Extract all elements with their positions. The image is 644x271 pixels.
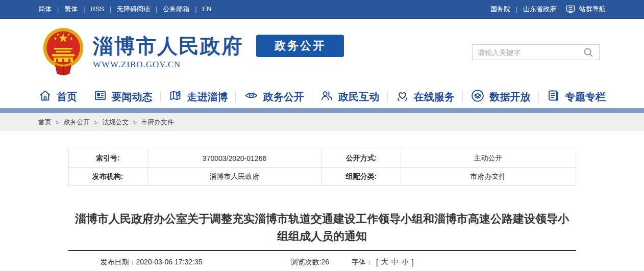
- link-official-mail[interactable]: 公务邮箱: [163, 5, 189, 14]
- nav-item-special-topics[interactable]: 专题专栏: [547, 89, 606, 105]
- link-state-council[interactable]: 国务院: [490, 5, 510, 14]
- publish-date-value: 2020-03-06 17:32:35: [136, 258, 203, 266]
- data-layers-icon: [470, 89, 485, 105]
- national-emblem-icon[interactable]: [42, 27, 84, 78]
- table-row: 索引号: 370003/2020-01266 公开方式: 主动公开: [68, 149, 576, 168]
- bracket-open: [: [376, 258, 378, 266]
- nav-item-label: 专题专栏: [565, 90, 606, 104]
- nav-divider: [462, 91, 463, 102]
- breadcrumb-separator: >: [56, 119, 60, 126]
- font-size-medium[interactable]: 中: [391, 258, 399, 267]
- link-rss[interactable]: RSS: [90, 5, 104, 13]
- search-icon[interactable]: [583, 47, 594, 58]
- main-nav: 首页 要闻动态: [0, 86, 644, 108]
- nav-divider: [312, 91, 312, 102]
- breadcrumb-gov-open[interactable]: 政务公开: [64, 118, 90, 127]
- nav-item-home[interactable]: 首页: [38, 89, 77, 105]
- site-url: WWW.ZIBO.GOV.CN: [93, 60, 243, 70]
- link-english[interactable]: EN: [202, 5, 211, 13]
- topbar-separator: |: [57, 6, 59, 13]
- nav-divider: [235, 91, 236, 102]
- nav-divider: [538, 91, 539, 102]
- publicity-method-label: 公开方式:: [322, 149, 401, 168]
- breadcrumb-current[interactable]: 市府办文件: [141, 118, 174, 127]
- publish-date-label: 发布日期：: [101, 258, 136, 266]
- font-size-small[interactable]: 小: [402, 258, 409, 267]
- site-header: 淄博市人民政府 WWW.ZIBO.GOV.CN 政务公开: [0, 19, 644, 86]
- doc-info-table: 索引号: 370003/2020-01266 公开方式: 主动公开 发布机构: …: [68, 149, 576, 186]
- nav-divider: [160, 91, 161, 102]
- site-title[interactable]: 淄博市人民政府: [93, 35, 243, 57]
- index-number-value: 370003/2020-01266: [147, 149, 322, 168]
- document-content: 索引号: 370003/2020-01266 公开方式: 主动公开 发布机构: …: [68, 149, 576, 267]
- view-count-value: 26: [321, 258, 329, 266]
- topbar-separator: |: [195, 6, 196, 13]
- nav-item-about-zibo[interactable]: 走进淄博: [168, 89, 228, 105]
- table-row: 发布机构: 淄博市人民政府 组配分类: 市府办文件: [68, 168, 576, 186]
- search-box: [472, 44, 600, 60]
- article-meta: 发布日期：2020-03-06 17:32:35 浏览次数:26 字体： [ 大…: [68, 251, 576, 267]
- topbar-separator: |: [516, 6, 517, 13]
- topbar-separator: |: [110, 6, 111, 13]
- publicity-method-value: 主动公开: [401, 149, 576, 168]
- index-number-label: 索引号:: [68, 149, 147, 168]
- nav-item-label: 政务公开: [263, 90, 304, 104]
- people-icon: [320, 89, 334, 105]
- font-size-label: 字体：: [352, 258, 373, 267]
- eye-icon: [244, 89, 259, 105]
- category-label: 组配分类:: [322, 168, 401, 186]
- link-simplified-chinese[interactable]: 简体: [38, 5, 52, 14]
- search-input[interactable]: [478, 48, 583, 57]
- issuing-agency-value: 淄博市人民政府: [147, 168, 322, 186]
- breadcrumb-bar: 首页 > 政务公开 > 法规公文 > 市府办文件: [0, 113, 644, 131]
- nav-item-online-services[interactable]: 在线服务: [395, 89, 455, 105]
- topbar-separator: |: [156, 6, 157, 13]
- topbar-left-links: 简体 | 繁体 | RSS | 无障碍阅读 | 公务邮箱 | EN: [38, 5, 211, 14]
- top-utility-bar: 简体 | 繁体 | RSS | 无障碍阅读 | 公务邮箱 | EN 国务院 | …: [0, 0, 644, 19]
- view-count-label: 浏览次数:: [291, 258, 321, 266]
- view-count: 浏览次数:26: [291, 258, 329, 267]
- monitor-icon: [565, 4, 576, 14]
- breadcrumb: 首页 > 政务公开 > 法规公文 > 市府办文件: [38, 113, 606, 131]
- nav-divider: [387, 91, 388, 102]
- nav-item-gov-open[interactable]: 政务公开: [244, 89, 304, 105]
- breadcrumb-separator: >: [94, 119, 98, 126]
- document-icon: [547, 89, 560, 105]
- heart-hands-icon: [395, 89, 409, 105]
- divider-strip: [0, 108, 644, 113]
- breadcrumb-home[interactable]: 首页: [38, 118, 52, 127]
- link-shandong-gov[interactable]: 山东省政府: [523, 5, 556, 14]
- font-size-large[interactable]: 大: [381, 258, 388, 267]
- map-pin-icon: [168, 89, 182, 105]
- nav-divider: [85, 91, 85, 102]
- breadcrumb-regulations[interactable]: 法规公文: [102, 118, 129, 127]
- site-identity: 淄博市人民政府 WWW.ZIBO.GOV.CN: [93, 35, 243, 70]
- bracket-close: ]: [412, 258, 414, 266]
- nav-item-label: 要闻动态: [112, 90, 153, 104]
- nav-item-label: 政民互动: [338, 90, 379, 104]
- nav-item-interaction[interactable]: 政民互动: [320, 89, 379, 105]
- nav-item-label: 走进淄博: [187, 90, 228, 104]
- article-title: 淄博市人民政府办公室关于调整充实淄博市轨道交通建设工作领导小组和淄博市高速公路建…: [68, 210, 576, 245]
- issuing-agency-label: 发布机构:: [68, 168, 147, 186]
- news-icon: [93, 89, 107, 105]
- link-traditional-chinese[interactable]: 繁体: [64, 5, 78, 14]
- home-icon: [38, 89, 52, 105]
- font-size-control: 字体： [ 大 中 小 ]: [352, 258, 414, 267]
- nav-item-label: 在线服务: [414, 90, 455, 104]
- breadcrumb-separator: >: [133, 119, 137, 126]
- nav-item-open-data[interactable]: 数据开放: [470, 89, 530, 105]
- topbar-right-links: 国务院 | 山东省政府 站群导航: [490, 4, 606, 14]
- nav-item-news[interactable]: 要闻动态: [93, 89, 153, 105]
- category-value: 市府办文件: [401, 168, 576, 186]
- gov-open-button[interactable]: 政务公开: [256, 35, 344, 57]
- nav-item-label: 首页: [57, 90, 77, 104]
- link-accessibility[interactable]: 无障碍阅读: [117, 5, 150, 14]
- publish-date: 发布日期：2020-03-06 17:32:35: [101, 258, 203, 267]
- link-site-group-nav[interactable]: 站群导航: [579, 5, 606, 14]
- topbar-separator: |: [83, 6, 85, 13]
- nav-item-label: 数据开放: [489, 90, 530, 104]
